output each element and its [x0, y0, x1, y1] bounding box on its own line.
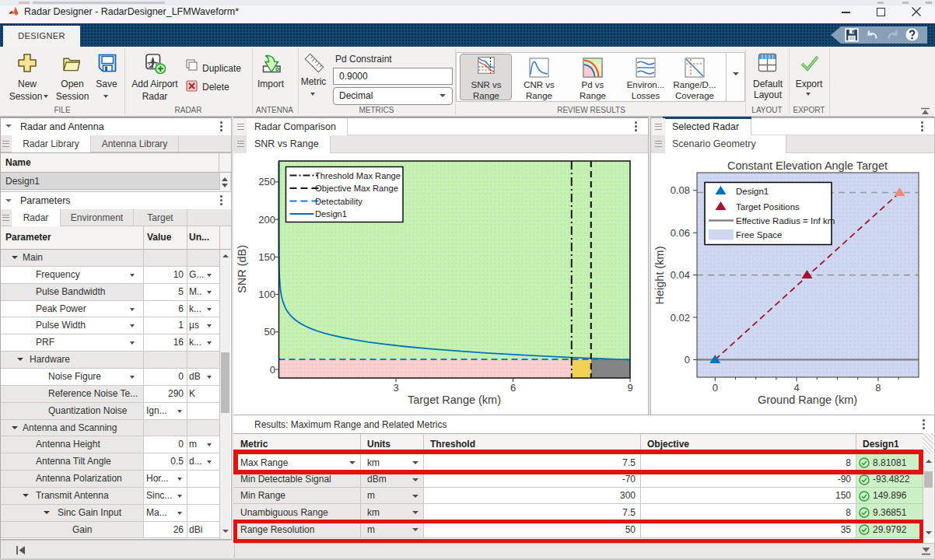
svg-text:0.08: 0.08: [671, 184, 690, 196]
svg-text:Free Space: Free Space: [736, 230, 782, 240]
svg-text:Effective Radius = Inf km: Effective Radius = Inf km: [736, 216, 835, 226]
svg-text:9: 9: [627, 382, 632, 394]
svg-text:6: 6: [510, 382, 516, 394]
svg-text:Target Range (km): Target Range (km): [408, 394, 501, 406]
svg-text:0.04: 0.04: [671, 269, 690, 281]
svg-text:8: 8: [875, 382, 881, 394]
svg-text:Design1: Design1: [736, 187, 769, 196]
svg-text:Constant Elevation Angle Targe: Constant Elevation Angle Target: [727, 159, 888, 172]
svg-text:50: 50: [264, 326, 275, 338]
svg-text:0.06: 0.06: [671, 227, 690, 239]
svg-text:4: 4: [793, 382, 799, 394]
svg-text:Target Positions: Target Positions: [736, 202, 800, 212]
svg-text:Ground Range (km): Ground Range (km): [758, 394, 857, 406]
svg-text:0.02: 0.02: [671, 312, 690, 324]
svg-text:0: 0: [270, 364, 275, 376]
svg-text:Objective Max Range: Objective Max Range: [315, 184, 398, 193]
svg-text:0: 0: [713, 382, 718, 394]
svg-text:200: 200: [258, 214, 275, 226]
svg-text:0: 0: [685, 354, 690, 366]
svg-text:SNR (dB): SNR (dB): [236, 245, 248, 293]
svg-text:150: 150: [258, 251, 275, 263]
svg-text:250: 250: [258, 176, 275, 187]
svg-text:Threshold Max Range: Threshold Max Range: [315, 171, 401, 180]
svg-text:Height (km): Height (km): [653, 247, 666, 305]
svg-text:Design1: Design1: [315, 209, 347, 219]
svg-text:100: 100: [258, 289, 275, 300]
svg-text:Detectability: Detectability: [315, 197, 362, 206]
svg-text:3: 3: [393, 382, 398, 394]
